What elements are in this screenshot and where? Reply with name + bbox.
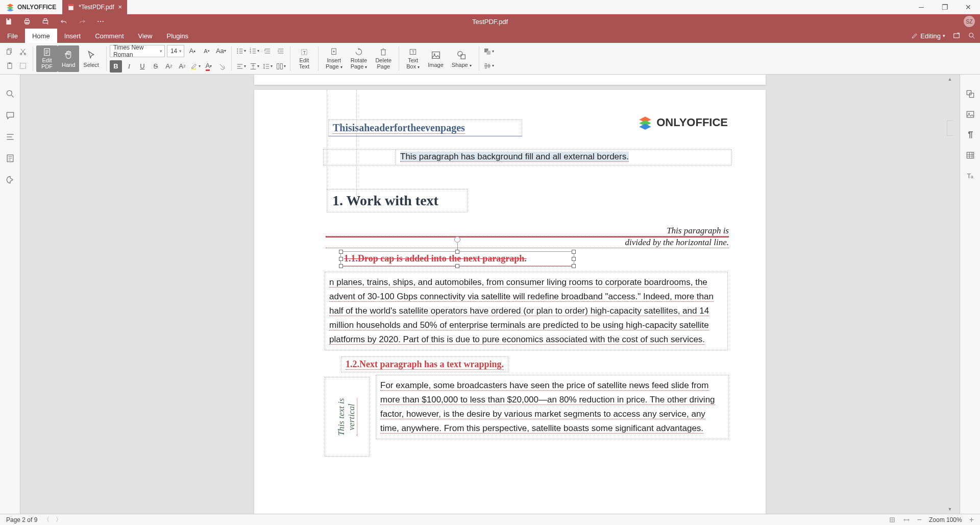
resize-handle[interactable]	[572, 250, 576, 254]
edit-text-button[interactable]: T Edit Text	[293, 45, 315, 72]
headings-icon[interactable]	[5, 132, 15, 142]
strike-button[interactable]: S	[150, 60, 162, 73]
resize-handle[interactable]	[572, 264, 576, 268]
resize-handle[interactable]	[455, 264, 459, 268]
resize-handle[interactable]	[572, 257, 576, 261]
hand-button[interactable]: Hand	[58, 45, 79, 72]
fit-width-icon[interactable]	[903, 516, 910, 523]
minimize-button[interactable]: ─	[910, 0, 933, 14]
menu-home[interactable]: Home	[25, 29, 57, 43]
align-v-button[interactable]: ▾	[248, 60, 260, 73]
text-box-button[interactable]: T Text Box ▾	[402, 45, 424, 72]
outdent-button[interactable]	[261, 45, 274, 57]
horizontal-line-paragraph[interactable]: This paragraph is divided by the horizon…	[326, 226, 729, 248]
undo-icon[interactable]	[59, 17, 68, 26]
line-spacing-button[interactable]: ▾	[261, 60, 274, 73]
redo-icon[interactable]	[78, 17, 87, 26]
align-objects-button[interactable]: ▾	[482, 60, 495, 72]
bold-button[interactable]: B	[110, 60, 122, 73]
resize-handle[interactable]	[339, 250, 343, 254]
find-icon[interactable]	[5, 89, 15, 99]
menu-plugins[interactable]: Plugins	[159, 29, 195, 43]
select-button[interactable]: Select	[79, 45, 103, 72]
save-icon[interactable]	[4, 17, 13, 26]
body-paragraph-1[interactable]: n planes, trains, ships, and automobiles…	[325, 272, 728, 350]
body-paragraph-2[interactable]: For example, some broadcasters have seen…	[376, 375, 729, 439]
table-settings-icon[interactable]	[965, 150, 975, 160]
scroll-up-icon[interactable]: ▲	[946, 76, 953, 83]
resize-handle[interactable]	[455, 250, 459, 254]
quick-print-icon[interactable]	[41, 17, 50, 26]
font-size-select[interactable]: 14	[167, 45, 184, 57]
comments-icon[interactable]	[5, 110, 15, 121]
editing-mode[interactable]: Editing ▾	[911, 32, 945, 40]
page-indicator[interactable]: Page 2 of 9	[6, 516, 37, 523]
menu-view[interactable]: View	[131, 29, 160, 43]
rotate-page-button[interactable]: Rotate Page ▾	[347, 45, 372, 72]
avatar[interactable]: SZ	[964, 16, 975, 27]
document-tab[interactable]: *TestPDF.pdf ×	[62, 0, 127, 14]
superscript-button[interactable]: A2	[163, 60, 175, 73]
fit-page-icon[interactable]	[889, 516, 896, 523]
delete-page-button[interactable]: Delete Page	[371, 45, 396, 72]
font-color-button[interactable]: A▾	[203, 60, 215, 73]
paragraph-settings-icon[interactable]	[965, 130, 975, 140]
resize-handle[interactable]	[339, 257, 343, 261]
numbering-button[interactable]: 123▾	[248, 45, 260, 57]
open-location-icon[interactable]	[952, 32, 961, 40]
arrange-button[interactable]: ▾	[482, 45, 495, 58]
vertical-text-box[interactable]: This text is vertical	[325, 377, 370, 457]
paste-icon[interactable]	[3, 60, 16, 72]
subscript-button[interactable]: A2	[176, 60, 188, 73]
page-header-box[interactable]: Thisisaheaderfortheevenpages	[328, 120, 522, 136]
canvas[interactable]: Thisisaheaderfortheevenpages ONLYOFFICE …	[20, 75, 960, 514]
maximize-button[interactable]: ❐	[933, 0, 957, 14]
rotate-handle[interactable]	[454, 236, 460, 243]
italic-button[interactable]: I	[123, 60, 135, 73]
image-settings-icon[interactable]	[965, 109, 975, 120]
heading-1[interactable]: 1. Work with text	[327, 189, 468, 212]
highlight-button[interactable]: ▾	[189, 60, 202, 73]
decrease-font-icon[interactable]: A▾	[201, 45, 213, 57]
rotate-page-icon	[353, 47, 364, 56]
filled-paragraph-box[interactable]: This paragraph has background fill and a…	[323, 149, 731, 165]
next-page-button[interactable]: 〉	[56, 515, 62, 524]
insert-page-button[interactable]: Insert Page ▾	[322, 45, 347, 72]
resize-handle[interactable]	[339, 264, 343, 268]
thumbnails-icon[interactable]	[5, 153, 15, 163]
subheading-1-2-box[interactable]: 1.2.Next paragraph has a text wrapping.	[341, 356, 508, 372]
indent-button[interactable]	[275, 45, 287, 57]
more-icon[interactable]: ⋯	[96, 17, 105, 26]
cut-icon[interactable]	[16, 45, 30, 58]
font-name-select[interactable]: Times New Roman	[110, 45, 165, 57]
menu-insert[interactable]: Insert	[57, 29, 88, 43]
shape-settings-icon[interactable]	[965, 89, 975, 99]
increase-font-icon[interactable]: A▴	[186, 45, 199, 57]
feedback-icon[interactable]	[5, 175, 15, 185]
shape-button[interactable]: Shape ▾	[448, 45, 476, 72]
scrollbar[interactable]: ▲ ▼	[946, 75, 953, 514]
scroll-down-icon[interactable]: ▼	[946, 506, 953, 513]
bullets-button[interactable]: ▾	[235, 45, 247, 57]
prev-page-button[interactable]: 〈	[43, 515, 50, 524]
select-all-icon[interactable]	[16, 60, 30, 72]
align-h-button[interactable]: ▾	[235, 60, 247, 73]
copy-icon[interactable]	[3, 45, 16, 58]
textart-settings-icon[interactable]: Ta	[965, 171, 975, 181]
columns-button[interactable]: ▾	[275, 60, 287, 73]
zoom-indicator[interactable]: Zoom 100%	[929, 516, 962, 523]
close-button[interactable]: ✕	[957, 0, 980, 14]
image-button[interactable]: Image	[424, 45, 448, 72]
change-case-icon[interactable]: Aa▾	[215, 45, 227, 57]
zoom-out-button[interactable]: −	[917, 515, 922, 524]
selected-text-box[interactable]: 1.1.Drop cap is added into the next para…	[340, 251, 574, 267]
underline-button[interactable]: U	[136, 60, 149, 73]
menu-file[interactable]: File	[0, 29, 25, 43]
search-icon[interactable]	[968, 32, 976, 40]
print-icon[interactable]	[22, 17, 32, 26]
clear-format-icon[interactable]	[216, 60, 228, 73]
menu-comment[interactable]: Comment	[88, 29, 131, 43]
edit-pdf-button[interactable]: Edit PDF	[36, 45, 58, 72]
zoom-in-button[interactable]: +	[969, 515, 974, 524]
close-tab-icon[interactable]: ×	[118, 3, 122, 11]
